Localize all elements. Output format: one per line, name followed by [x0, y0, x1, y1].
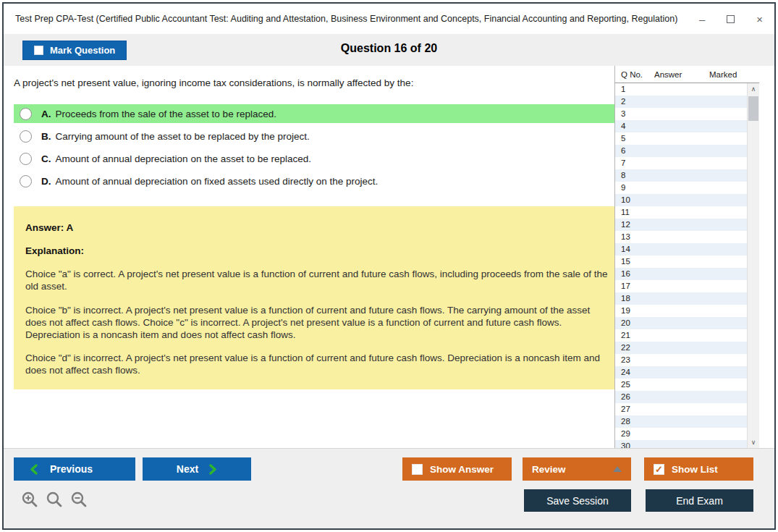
radio-icon[interactable] — [20, 153, 32, 165]
question-list-row[interactable]: 1 — [615, 83, 747, 96]
column-header-marked: Marked — [709, 70, 759, 79]
question-number: 21 — [621, 331, 630, 339]
question-list-row[interactable]: 11 — [615, 206, 747, 219]
question-list-row[interactable]: 13 — [615, 231, 747, 243]
show-list-label: Show List — [672, 464, 718, 475]
question-number: 15 — [621, 257, 630, 266]
question-list-row[interactable]: 25 — [615, 379, 747, 391]
column-header-qno: Q No. — [615, 70, 654, 79]
question-number: 23 — [621, 355, 630, 364]
question-number: 10 — [621, 195, 630, 204]
question-number: 14 — [621, 245, 630, 253]
question-list-row[interactable]: 30 — [615, 440, 747, 448]
question-list-row[interactable]: 23 — [615, 354, 747, 366]
question-list-row[interactable]: 29 — [615, 428, 747, 440]
show-answer-button[interactable]: Show Answer — [402, 457, 512, 481]
option-letter: C. — [41, 153, 51, 164]
question-area: A project's net present value, ignoring … — [14, 66, 623, 389]
question-list-row[interactable]: 10 — [615, 194, 747, 206]
question-number: 25 — [621, 380, 630, 389]
question-list-row[interactable]: 27 — [615, 403, 747, 415]
column-header-answer: Answer — [654, 70, 709, 79]
question-list-row[interactable]: 17 — [615, 280, 747, 292]
scrollbar-thumb[interactable] — [748, 96, 758, 121]
scrollbar-down-icon[interactable]: ∨ — [748, 436, 759, 448]
question-number: 27 — [621, 405, 630, 413]
question-list-row[interactable]: 7 — [615, 157, 747, 169]
show-answer-label: Show Answer — [430, 464, 494, 475]
question-number: 17 — [621, 282, 630, 290]
zoom-in-icon[interactable] — [21, 491, 38, 511]
question-number: 24 — [621, 368, 630, 376]
minimize-icon[interactable]: – — [699, 14, 705, 25]
question-list-row[interactable]: 2 — [615, 96, 747, 108]
question-counter: Question 16 of 20 — [4, 42, 774, 55]
explanation-label: Explanation: — [25, 245, 612, 257]
question-list-row[interactable]: 3 — [615, 108, 747, 120]
main-content: A project's net present value, ignoring … — [4, 66, 774, 448]
option-b[interactable]: B. Carrying amount of the asset to be re… — [14, 127, 623, 145]
window-controls: – × — [699, 14, 763, 25]
answer-label: Answer: A — [25, 221, 612, 234]
zoom-out-icon[interactable] — [70, 491, 88, 511]
question-number: 3 — [621, 109, 625, 118]
option-d[interactable]: D. Amount of annual depreciation on fixe… — [14, 172, 623, 190]
question-list-row[interactable]: 14 — [615, 243, 747, 256]
zoom-controls — [21, 491, 88, 511]
question-list-row[interactable]: 22 — [615, 342, 747, 354]
checkmark-icon: ✓ — [655, 465, 663, 474]
header-strip: Mark Question Question 16 of 20 — [4, 34, 774, 66]
scrollbar-up-icon[interactable]: ∧ — [748, 83, 759, 95]
end-exam-button[interactable]: End Exam — [646, 489, 753, 512]
zoom-reset-icon[interactable] — [46, 491, 63, 511]
close-icon[interactable]: × — [756, 14, 763, 25]
radio-icon[interactable] — [20, 130, 32, 143]
option-text: Amount of annual depreciation on fixed a… — [56, 176, 379, 187]
question-number: 29 — [621, 429, 630, 438]
dropdown-arrow-icon — [613, 466, 622, 472]
question-number: 28 — [621, 417, 630, 426]
title-bar: Test Prep CPA-Test (Certified Public Acc… — [4, 4, 774, 34]
question-list-row[interactable]: 21 — [615, 329, 747, 342]
scrollbar[interactable]: ∧ ∨ — [747, 83, 759, 448]
question-list-row[interactable]: 18 — [615, 292, 747, 305]
question-number: 11 — [621, 208, 630, 216]
question-number: 9 — [621, 183, 625, 192]
review-dropdown-button[interactable]: Review — [523, 457, 631, 481]
end-exam-label: End Exam — [676, 495, 723, 507]
explanation-paragraph: Choice "d" is incorrect. A project's net… — [25, 352, 612, 376]
question-list-row[interactable]: 6 — [615, 145, 747, 157]
question-list-row[interactable]: 15 — [615, 256, 747, 268]
radio-icon[interactable] — [20, 108, 32, 120]
question-number: 7 — [621, 159, 625, 167]
previous-button[interactable]: Previous — [14, 457, 135, 481]
save-session-button[interactable]: Save Session — [524, 489, 631, 512]
question-list-row[interactable]: 19 — [615, 305, 747, 317]
show-answer-checkbox-icon[interactable] — [412, 464, 423, 475]
question-list-row[interactable]: 20 — [615, 317, 747, 329]
question-list-row[interactable]: 4 — [615, 120, 747, 132]
next-button[interactable]: Next — [143, 457, 251, 481]
maximize-icon[interactable] — [727, 15, 735, 23]
question-list-body: 1234567891011121314151617181920212223242… — [615, 83, 747, 448]
question-list-row[interactable]: 28 — [615, 415, 747, 428]
option-text: Proceeds from the sale of the asset to b… — [56, 109, 276, 119]
question-list-row[interactable]: 5 — [615, 132, 747, 145]
question-list-row[interactable]: 24 — [615, 366, 747, 379]
explanation-paragraph: Choice "b" is incorrect. A project's net… — [25, 304, 612, 341]
chevron-right-icon — [208, 464, 217, 475]
option-letter: A. — [41, 109, 51, 119]
question-list-row[interactable]: 9 — [615, 182, 747, 194]
question-list-row[interactable]: 26 — [615, 391, 747, 403]
question-number: 18 — [621, 294, 630, 303]
question-list-header: Q No. Answer Marked — [615, 66, 759, 83]
question-list-row[interactable]: 8 — [615, 169, 747, 182]
option-c[interactable]: C. Amount of annual depreciation on the … — [14, 149, 623, 168]
question-list-row[interactable]: 12 — [615, 219, 747, 231]
show-list-button[interactable]: ✓ Show List — [644, 457, 753, 481]
question-list-row[interactable]: 16 — [615, 268, 747, 280]
option-letter: B. — [41, 131, 51, 142]
option-a[interactable]: A. Proceeds from the sale of the asset t… — [14, 104, 623, 123]
show-list-checkbox-icon[interactable]: ✓ — [654, 464, 664, 475]
radio-icon[interactable] — [20, 175, 32, 187]
